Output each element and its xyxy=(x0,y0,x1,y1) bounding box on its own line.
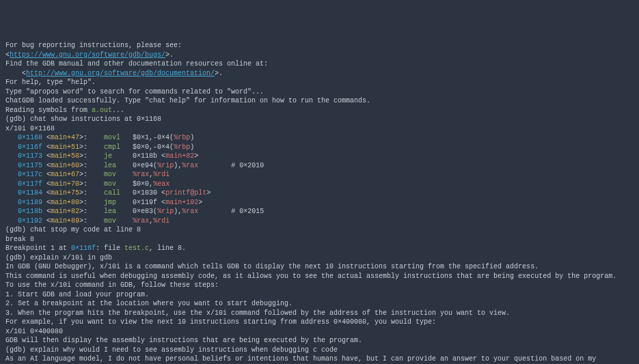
asm-instruction: 0×117f <main+70>: mov $0×0,%eax xyxy=(5,180,634,189)
terminal-line: 3. When the program hits the breakpoint,… xyxy=(5,309,634,318)
asm-instruction: 0×116f <main+51>: cmpl $0×0,-0×4(%rbp) xyxy=(5,143,634,152)
asm-instruction: 0×1168 <main+47>: movl $0×1,-0×4(%rbp) xyxy=(5,133,634,143)
asm-instruction: 0×1175 <main+60>: lea 0×e94(%rip),%rax #… xyxy=(5,161,634,171)
asm-instruction: 0×118b <main+82>: lea 0×e83(%rip),%rax #… xyxy=(5,207,634,216)
terminal-line: GDB will then display the assembly instr… xyxy=(5,336,634,346)
terminal-line: <https://www.gnu.org/software/gdb/bugs/>… xyxy=(5,51,634,60)
terminal-line: Reading symbols from a.out... xyxy=(5,106,634,115)
asm-instruction: 0×1189 <main+80>: jmp 0×119f <main+102> xyxy=(5,198,634,208)
terminal-line: <http://www.gnu.org/software/gdb/documen… xyxy=(5,69,634,79)
gdb-command: (gdb) chat show instructions at 0×1168 xyxy=(5,115,634,124)
terminal-line: For example, if you want to view the nex… xyxy=(5,318,634,327)
asm-instruction: 0×1192 <main+89>: mov %rax,%rdi xyxy=(5,216,634,226)
terminal-line: For help, type "help". xyxy=(5,78,634,87)
terminal-line: This command is useful when debugging as… xyxy=(5,272,634,281)
terminal-output[interactable]: For bug reporting instructions, please s… xyxy=(5,41,634,364)
asm-instruction: 0×1184 <main+75>: call 0×1030 <printf@pl… xyxy=(5,188,634,198)
terminal-line: 2. Set a breakpoint at the location wher… xyxy=(5,299,634,309)
terminal-line: As an AI language model, I do not have p… xyxy=(5,354,634,364)
terminal-line: Find the GDB manual and other documentat… xyxy=(5,59,634,69)
terminal-line: Breakpoint 1 at 0×116f: file test.c, lin… xyxy=(5,244,634,253)
terminal-line: 1. Start GDB and load your program. xyxy=(5,290,634,300)
terminal-line: ChatGDB loaded successfully. Type "chat … xyxy=(5,96,634,106)
terminal-line: Type "apropos word" to search for comman… xyxy=(5,87,634,97)
gdb-command: (gdb) explain why would I need to see as… xyxy=(5,346,634,355)
asm-instruction: 0×1173 <main+58>: je 0×118b <main+82> xyxy=(5,152,634,161)
gdb-command: (gdb) chat stop my code at line 8 xyxy=(5,225,634,235)
terminal-line: x/10i 0×400080 xyxy=(5,327,634,337)
terminal-line: To use the x/10i command in GDB, follow … xyxy=(5,281,634,290)
terminal-line: For bug reporting instructions, please s… xyxy=(5,41,634,51)
terminal-line: break 8 xyxy=(5,235,634,244)
asm-instruction: 0×117c <main+67>: mov %rax,%rdi xyxy=(5,170,634,180)
terminal-line: In GDB (GNU Debugger), x/10i is a comman… xyxy=(5,262,634,272)
terminal-line: x/10i 0×1168 xyxy=(5,124,634,134)
gdb-command: (gdb) explain x/10i in gdb xyxy=(5,253,634,263)
